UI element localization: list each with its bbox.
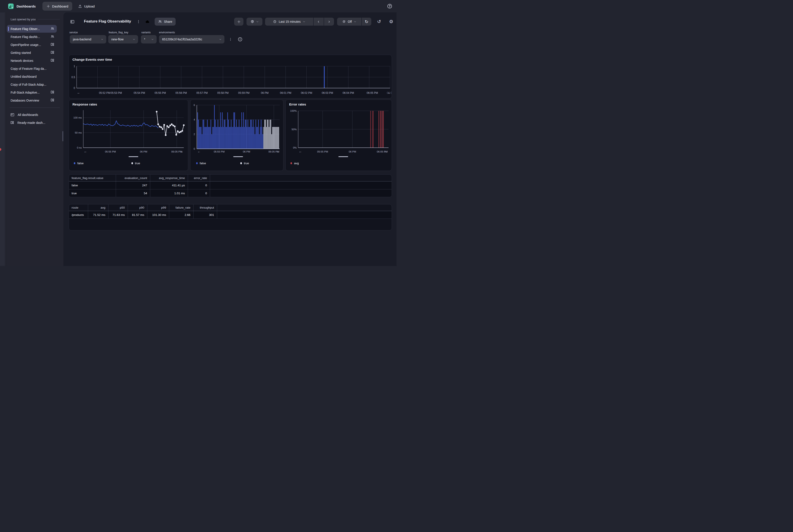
cube-icon	[250, 20, 255, 24]
sidebar-footer-item[interactable]: Ready-made dash...	[6, 119, 63, 127]
auto-refresh-selector[interactable]: Off	[337, 18, 362, 25]
help-button[interactable]	[386, 3, 393, 10]
variants-filter[interactable]: *	[141, 35, 156, 43]
table-cell: 0	[188, 189, 210, 197]
add-tile-button[interactable]	[234, 18, 243, 25]
pan-right-arrow: →	[180, 150, 183, 153]
info-button[interactable]	[237, 36, 243, 42]
visualization-picker[interactable]	[246, 18, 262, 25]
timeframe-selector[interactable]: Last 15 minutes	[265, 18, 313, 25]
cloud-sync-icon[interactable]	[144, 19, 150, 25]
refresh-control: Off ↻	[337, 18, 371, 25]
table-cell: 0	[188, 182, 210, 189]
table-cell: 411.41 µs	[150, 182, 188, 189]
response-rates-panel[interactable]: Response rates 100 ms50 ms0 ns05:55 PM06…	[69, 99, 188, 171]
settings-button[interactable]: ⚙	[388, 18, 394, 25]
table-filler	[210, 175, 392, 181]
dashboard-menu-button[interactable]	[135, 19, 142, 25]
sidebar-item[interactable]: Getting started	[7, 49, 57, 57]
collapsed-nav-rail[interactable]	[0, 12, 6, 266]
table-row[interactable]: false247411.41 µs0	[69, 182, 392, 189]
sidebar-item[interactable]: Feature Flag dashb...	[7, 33, 57, 41]
legend-item-true[interactable]: true	[131, 161, 140, 165]
plus-icon	[47, 4, 50, 8]
svg-text:6: 6	[194, 104, 195, 107]
svg-text:0.5: 0.5	[71, 76, 75, 79]
feature-flag-key-value: new-flow	[111, 38, 130, 41]
legend-item-true[interactable]: true	[240, 161, 249, 165]
route-metrics-table-panel[interactable]: routeavgp50p90p99failure_ratethroughput/…	[69, 204, 392, 230]
svg-text:4: 4	[194, 118, 195, 121]
error-rates-panel[interactable]: Error rates 100%50%0%05:55 PM06 PM06:05 …	[285, 99, 392, 171]
timeframe-forward-button[interactable]	[324, 18, 334, 25]
pan-right-arrow: →	[276, 150, 279, 153]
evaluation-counts-chart[interactable]: 642005:55 PM06 PM06:05 PM←→	[190, 100, 283, 171]
sidebar-scrollbar[interactable]	[62, 131, 63, 141]
sidebar-item[interactable]: Full-Stack Adaptive...	[7, 89, 57, 96]
table-row[interactable]: true541.01 ms0	[69, 189, 392, 197]
svg-text:06:04 PM: 06:04 PM	[343, 91, 354, 94]
sidebar-footer-item[interactable]: All dashboards	[6, 111, 63, 119]
timeframe-back-button[interactable]	[314, 18, 324, 25]
svg-text:50 ms: 50 ms	[75, 131, 82, 134]
change-events-chart[interactable]: 10.5005:52 PM05:53 PM05:54 PM05:55 PM05:…	[69, 55, 392, 98]
clock-refresh-icon	[342, 20, 346, 24]
error-rates-chart[interactable]: 100%50%0%05:55 PM06 PM06:05 PM←→	[285, 100, 392, 171]
recent-dashboards-list: Feature Flag Obser...Feature Flag dashb.…	[6, 25, 63, 104]
feature-flag-key-filter[interactable]: new-flow	[108, 35, 138, 43]
sidebar-item[interactable]: Databases Overview	[7, 96, 57, 104]
svg-text:06:05 PM: 06:05 PM	[367, 91, 378, 94]
pan-right-arrow: →	[384, 150, 387, 153]
table-filler	[210, 182, 392, 189]
sidebar-item[interactable]: Copy of Feature Flag da...	[7, 65, 57, 72]
sidebar-item[interactable]: OpenPipeline usage...	[7, 41, 57, 49]
sidebar-item-label: OpenPipeline usage...	[11, 43, 49, 46]
sidebar-item-label: Ready-made dash...	[17, 121, 45, 125]
sidebar-item-label: Copy of Feature Flag da...	[11, 67, 55, 71]
svg-text:2: 2	[194, 133, 195, 135]
upload-button[interactable]: Upload	[78, 4, 95, 8]
people-icon	[158, 20, 162, 24]
history-button[interactable]: ↺	[376, 18, 382, 25]
all-dashboards-icon	[10, 113, 15, 117]
sidebar-item[interactable]: Network devices	[7, 57, 57, 64]
tab-new-dashboard[interactable]: Dashboard	[42, 2, 72, 11]
legend-item-avg[interactable]: avg	[291, 161, 299, 165]
pan-right-arrow: →	[387, 91, 390, 94]
table-header-cell: evaluation_count	[116, 175, 150, 181]
table-cell: 2.66	[169, 211, 193, 218]
legend-item-false[interactable]: false	[196, 161, 206, 165]
svg-text:06 PM: 06 PM	[349, 150, 356, 153]
legend-item-false[interactable]: false	[74, 161, 84, 165]
environments-filter[interactable]: 651209c374a1f02aa2a3226c	[159, 35, 224, 43]
sidebar-item-label: Feature Flag Obser...	[11, 27, 49, 31]
pan-left-arrow: ←	[198, 150, 201, 153]
dashboard-grid-icon	[50, 90, 55, 94]
change-events-panel[interactable]: Change Events over time 10.5005:52 PM05:…	[69, 55, 392, 98]
dashboard-grid-icon	[50, 58, 55, 63]
sidebar-item-label: Copy of Full-Stack Adap...	[11, 83, 55, 86]
chart-scrollbar	[233, 156, 243, 157]
sidebar-section-title: Last opened by you	[11, 18, 36, 21]
sidebar-item[interactable]: Copy of Full-Stack Adap...	[7, 80, 57, 88]
table-row[interactable]: /products71.52 ms71.63 ms81.57 ms101.30 …	[69, 211, 392, 219]
svg-text:50%: 50%	[292, 128, 297, 131]
table-header-row: routeavgp50p90p99failure_ratethroughput	[69, 204, 392, 211]
flag-results-table-panel[interactable]: feature_flag.result.valueevaluation_coun…	[69, 174, 392, 197]
share-button[interactable]: Share	[154, 18, 176, 25]
svg-text:05:52 PM: 05:52 PM	[99, 91, 110, 94]
response-rates-chart[interactable]: 100 ms50 ms0 ns05:55 PM06 PM06:05 PM←→	[69, 100, 188, 171]
chevron-down-icon	[219, 38, 222, 41]
svg-text:100%: 100%	[290, 110, 297, 112]
evaluation-counts-panel[interactable]: 642005:55 PM06 PM06:05 PM←→falsetrue	[190, 99, 283, 171]
refresh-button[interactable]: ↻	[362, 18, 371, 25]
chart-scrollbar	[129, 156, 138, 157]
table-header-cell: route	[69, 204, 88, 211]
service-filter[interactable]: java-backend	[70, 35, 106, 43]
sidebar-item[interactable]: Feature Flag Obser...	[7, 25, 57, 33]
sidebar-item[interactable]: Untitled dashboard	[7, 73, 57, 80]
filters-menu-button[interactable]	[228, 37, 233, 42]
service-value: java-backend	[73, 38, 98, 41]
collapse-sidebar-button[interactable]	[69, 19, 75, 25]
upload-label: Upload	[84, 4, 95, 8]
